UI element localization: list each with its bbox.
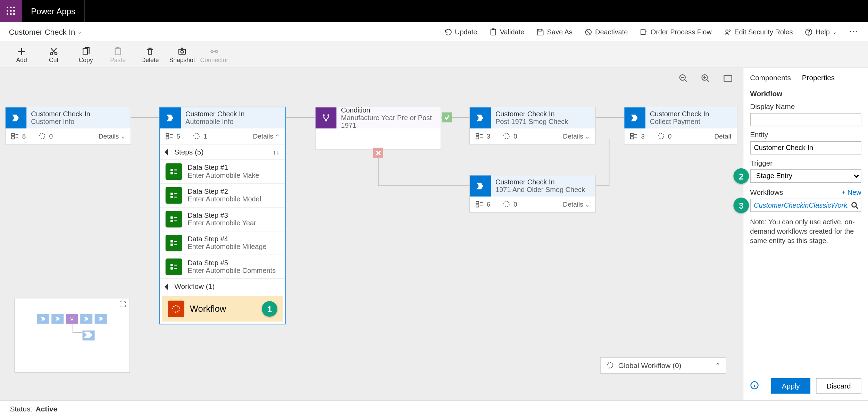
callout-badge: 3: [733, 198, 749, 213]
details-toggle[interactable]: Details ⌄: [563, 200, 590, 208]
stage-collect-payment[interactable]: Customer Check InCollect Payment 3 0 Det…: [624, 107, 737, 144]
connector-icon: [210, 47, 219, 56]
svg-rect-35: [170, 216, 173, 218]
add-button[interactable]: Add: [6, 42, 37, 67]
workflows-label: Workflows: [750, 188, 783, 197]
svg-rect-3: [7, 10, 8, 12]
cut-button[interactable]: Cut: [37, 42, 69, 67]
stage-1971-older-smog[interactable]: Customer Check In1971 And Older Smog Che…: [469, 175, 596, 212]
details-toggle[interactable]: Details ⌄: [563, 132, 590, 140]
validate-button[interactable]: Validate: [489, 28, 524, 36]
workflow-count-icon: [502, 132, 510, 140]
step-row[interactable]: Data Step #5Enter Automobile Comments: [160, 255, 285, 278]
display-name-input[interactable]: [750, 113, 861, 126]
data-step-icon: [166, 259, 182, 275]
copy-icon: [81, 47, 90, 56]
global-header: Power Apps: [0, 0, 868, 22]
security-icon: [724, 28, 732, 36]
workflow-lookup-input[interactable]: [750, 199, 861, 212]
minimap-node: [95, 314, 107, 324]
details-toggle[interactable]: Detail: [714, 132, 731, 140]
workflow-header[interactable]: Workflow (1): [160, 278, 285, 294]
entity-input[interactable]: [750, 141, 861, 155]
svg-rect-7: [10, 13, 12, 15]
tab-components[interactable]: Components: [750, 74, 791, 82]
step-row[interactable]: Data Step #3Enter Automobile Year: [160, 207, 285, 231]
discard-button[interactable]: Discard: [816, 378, 861, 394]
svg-rect-30: [166, 137, 169, 139]
global-workflow-bar[interactable]: Global Workflow (0) ⌃: [600, 357, 726, 374]
trigger-select[interactable]: Stage Entry: [750, 169, 861, 183]
workflow-icon: [606, 361, 614, 369]
deactivate-button[interactable]: Deactivate: [585, 28, 628, 36]
entity-label: Entity: [750, 131, 861, 139]
svg-rect-18: [115, 48, 121, 55]
workflow-count-icon: [38, 132, 46, 140]
svg-rect-9: [491, 29, 496, 35]
stage-automobile-info[interactable]: Customer Check InAutomobile Info 5 1 Det…: [159, 107, 286, 325]
flow-icon: [640, 28, 648, 36]
info-icon[interactable]: [750, 381, 759, 391]
condition-false-icon: [373, 148, 383, 158]
details-toggle[interactable]: Details ⌃: [253, 132, 280, 140]
trigger-label: Trigger: [750, 159, 861, 167]
collapse-icon: [165, 149, 171, 155]
condition-manufacture-year[interactable]: ConditionManufacture Year Pre or Post 19…: [315, 107, 441, 150]
deactivate-icon: [585, 28, 592, 36]
order-process-flow-button[interactable]: Order Process Flow: [640, 28, 711, 36]
help-button[interactable]: Help⌄: [805, 28, 837, 36]
svg-rect-6: [7, 13, 8, 15]
step-row[interactable]: Data Step #4Enter Automobile Mileage: [160, 231, 285, 255]
condition-true-icon: [442, 112, 452, 123]
details-toggle[interactable]: Details ⌄: [99, 132, 125, 140]
stage-customer-info[interactable]: Customer Check InCustomer Info 8 0 Detai…: [5, 107, 131, 144]
svg-rect-33: [170, 193, 173, 195]
workflow-row[interactable]: Workflow 1: [162, 296, 283, 322]
svg-point-14: [809, 34, 809, 34]
display-name-label: Display Name: [750, 102, 861, 111]
edit-security-roles-button[interactable]: Edit Security Roles: [724, 28, 793, 36]
reorder-arrows-icon[interactable]: ↑↓: [273, 148, 279, 156]
svg-rect-31: [170, 169, 173, 171]
app-launcher-button[interactable]: [0, 0, 22, 22]
svg-point-23: [215, 50, 217, 52]
svg-rect-46: [476, 201, 479, 203]
plus-icon: [17, 47, 26, 56]
more-commands-button[interactable]: ⋯: [849, 27, 859, 37]
callout-badge: 1: [262, 301, 277, 317]
tab-properties[interactable]: Properties: [802, 74, 835, 82]
zoom-out-button[interactable]: [679, 74, 689, 86]
save-as-button[interactable]: Save As: [536, 28, 572, 36]
steps-icon: [476, 200, 483, 208]
chevron-down-icon: ⌄: [833, 29, 837, 35]
workflow-note: Note: You can only use active, on-demand…: [750, 218, 861, 246]
stage-icon: [624, 107, 645, 128]
stage-icon: [470, 107, 491, 128]
designer-canvas[interactable]: Customer Check InCustomer Info 8 0 Detai…: [0, 68, 743, 400]
zoom-in-button[interactable]: [701, 74, 711, 86]
svg-rect-17: [83, 49, 87, 54]
breadcrumb[interactable]: Customer Check In ⌄: [9, 27, 82, 36]
svg-rect-27: [11, 133, 14, 135]
save-icon: [536, 28, 544, 36]
snapshot-button[interactable]: Snapshot: [166, 42, 198, 67]
paste-button: Paste: [102, 42, 134, 67]
copy-button[interactable]: Copy: [70, 42, 102, 67]
update-button[interactable]: Update: [444, 28, 477, 36]
new-workflow-link[interactable]: + New: [842, 189, 861, 196]
step-row[interactable]: Data Step #1Enter Automobile Make: [160, 159, 285, 183]
apply-button[interactable]: Apply: [771, 378, 810, 394]
minimap-expand-icon[interactable]: ⛶: [119, 301, 126, 308]
search-icon[interactable]: [851, 201, 858, 209]
minimap-node: [80, 314, 92, 324]
help-icon: [805, 28, 813, 36]
fit-to-screen-button[interactable]: [723, 74, 733, 86]
steps-header[interactable]: Steps (5)↑↓: [160, 144, 285, 160]
delete-button[interactable]: Delete: [134, 42, 166, 67]
data-step-icon: [166, 211, 182, 227]
minimap[interactable]: ⛶: [14, 298, 130, 373]
stage-post-1971-smog[interactable]: Customer Check InPost 1971 Smog Check 3 …: [469, 107, 596, 144]
condition-icon: [316, 107, 337, 128]
svg-rect-26: [724, 75, 732, 82]
step-row[interactable]: Data Step #2Enter Automobile Model: [160, 183, 285, 207]
